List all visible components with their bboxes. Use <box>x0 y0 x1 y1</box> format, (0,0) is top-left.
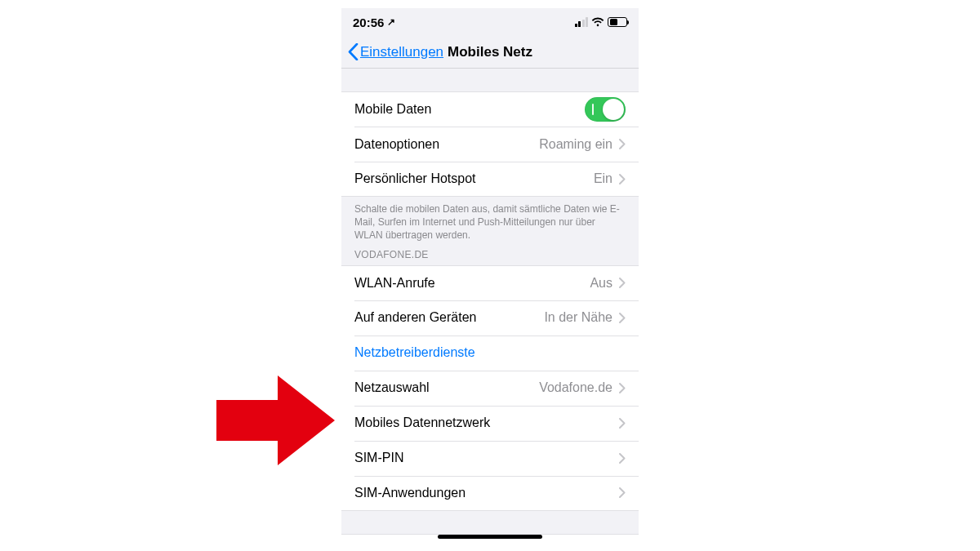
section-spacer <box>341 69 639 91</box>
back-button[interactable]: Einstellungen <box>360 44 443 60</box>
annotation-arrow-icon <box>216 371 339 473</box>
back-chevron-icon[interactable] <box>348 43 359 60</box>
chevron-right-icon <box>619 418 626 429</box>
status-time: 20:56 <box>353 16 384 29</box>
row-label: SIM-PIN <box>354 451 619 465</box>
cellular-signal-icon <box>575 17 589 27</box>
mobile-data-toggle[interactable] <box>585 97 626 122</box>
wifi-icon <box>591 17 604 27</box>
group-mobile-data: Mobile Daten Datenoptionen Roaming ein P… <box>341 91 639 197</box>
row-data-options[interactable]: Datenoptionen Roaming ein <box>341 127 639 162</box>
row-label: Datenoptionen <box>354 137 539 152</box>
chevron-right-icon <box>619 383 626 393</box>
row-value: Ein <box>594 171 612 186</box>
row-personal-hotspot[interactable]: Persönlicher Hotspot Ein <box>341 162 639 197</box>
group-header-carrier: VODAFONE.DE <box>341 246 639 265</box>
row-network-selection[interactable]: Netzauswahl Vodafone.de <box>341 371 639 406</box>
location-icon: ↗ <box>387 16 395 28</box>
row-label: Mobile Daten <box>354 102 585 117</box>
row-sim-pin[interactable]: SIM-PIN <box>341 441 639 476</box>
row-label: Netzbetreiberdienste <box>354 345 626 360</box>
row-label: SIM-Anwendungen <box>354 486 619 500</box>
row-cellular-data-network[interactable]: Mobiles Datennetzwerk <box>341 406 639 441</box>
row-sim-applications[interactable]: SIM-Anwendungen <box>341 476 639 511</box>
row-label: Mobiles Datennetzwerk <box>354 415 619 430</box>
row-label: Auf anderen Geräten <box>354 310 544 325</box>
row-other-devices[interactable]: Auf anderen Geräten In der Nähe <box>341 300 639 335</box>
navigation-bar: Einstellungen Mobiles Netz <box>341 36 639 69</box>
battery-icon <box>608 17 627 27</box>
row-mobile-data: Mobile Daten <box>341 91 639 127</box>
chevron-right-icon <box>619 278 626 288</box>
phone-screen: 20:56 ↗ Einstellungen Mobiles Netz Mobil… <box>341 8 639 543</box>
group-carrier: WLAN-Anrufe Aus Auf anderen Geräten In d… <box>341 265 639 511</box>
chevron-right-icon <box>619 487 626 498</box>
chevron-right-icon <box>619 139 626 149</box>
row-carrier-services[interactable]: Netzbetreiberdienste <box>341 335 639 371</box>
chevron-right-icon <box>619 453 626 464</box>
page-title: Mobiles Netz <box>448 44 532 60</box>
row-label: Netzauswahl <box>354 380 539 395</box>
row-value: Aus <box>590 276 612 291</box>
row-value: Roaming ein <box>539 137 612 152</box>
group-footer-text: Schalte die mobilen Daten aus, damit säm… <box>341 197 639 246</box>
section-spacer <box>341 511 639 534</box>
row-value: Vodafone.de <box>539 380 612 395</box>
row-label: WLAN-Anrufe <box>354 276 590 291</box>
row-label: Persönlicher Hotspot <box>354 171 594 186</box>
status-bar: 20:56 ↗ <box>341 8 639 36</box>
row-value: In der Nähe <box>544 310 612 325</box>
row-wlan-calls[interactable]: WLAN-Anrufe Aus <box>341 265 639 300</box>
chevron-right-icon <box>619 313 626 323</box>
chevron-right-icon <box>619 174 626 184</box>
home-indicator[interactable] <box>438 535 542 539</box>
